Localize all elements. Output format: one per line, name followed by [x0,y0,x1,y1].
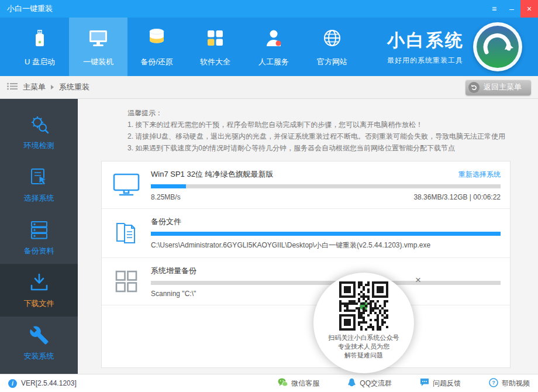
globe-icon [320,26,344,51]
info-icon: i [8,379,17,388]
incremental-progress-bar [151,281,501,285]
sidebar-item-label: 选择系统 [24,193,54,204]
download-icon [28,271,50,294]
gear-detect-icon [28,114,50,136]
wrench-icon [29,324,49,346]
nav-label: 备份/还原 [140,57,173,67]
qr-finder [339,281,356,298]
wechat-icon [278,378,288,388]
help-videos-link[interactable]: ? 帮助视频 [489,378,530,389]
minimize-button[interactable]: – [503,0,520,18]
backup-progress-fill [151,232,501,236]
qq-icon [347,378,356,389]
sidebar-item-label: 环境检测 [24,140,54,151]
main-area: 环境检测 选择系统 [0,99,538,374]
back-button-label: 返回主菜单 [484,82,522,92]
list-icon [7,82,18,92]
backup-section: 备份文件 C:\Users\Administrator.6GYGLI5KAOYG… [102,209,510,258]
qq-group-link[interactable]: QQ交流群 [347,378,392,389]
sidebar-item-label: 备份资料 [24,246,54,256]
menu-icon[interactable]: ≡ [485,0,503,18]
breadcrumb: 主菜单 系统重装 返回主菜单 [0,76,538,99]
breadcrumb-root[interactable]: 主菜单 [23,82,46,92]
qr-caption: 扫码关注小白系统公众号 专业技术人员为您 解答疑难问题 [329,333,399,360]
nav-label: 人工服务 [258,57,289,67]
incremental-title: 系统增量备份 [151,266,196,276]
titlebar: 小白一键重装 ≡ – × [0,0,538,18]
progress-panel: Win7 SP1 32位 纯净绿色旗舰最新版 重新选择系统 8.25MB/s 3… [101,161,511,368]
tips-line: 1. 接下来的过程无需您的干预，程序会帮助您自动完成剩下的步骤，您可以离开电脑稍… [127,119,511,130]
backup-progress-bar [151,232,501,236]
help-video-icon: ? [489,378,498,389]
brand: 小白系统 最好用的系统重装工具 [387,18,523,76]
download-section: Win7 SP1 32位 纯净绿色旗舰最新版 重新选择系统 8.25MB/s 3… [102,161,510,209]
download-progress-fill [151,184,186,188]
close-button[interactable]: × [520,0,538,18]
sidebar-item-label: 安装系统 [24,351,54,362]
select-system-icon [28,166,50,188]
nav-label: 软件大全 [200,57,230,67]
nav-software-collection[interactable]: 软件大全 [186,18,244,76]
download-progress-bar [151,184,501,188]
download-title: Win7 SP1 32位 纯净绿色旗舰最新版 [151,169,274,180]
qr-finder [372,281,388,298]
nav-label: 一键装机 [83,57,113,67]
feedback-link[interactable]: 问题反馈 [420,378,461,388]
usb-icon [28,26,51,51]
nav-label: U 盘启动 [25,57,55,67]
brand-slogan: 最好用的系统重装工具 [387,56,464,66]
nav-one-key-install[interactable]: 一键装机 [69,18,127,76]
wechat-service-link[interactable]: 微信客服 [278,378,319,388]
brand-logo-icon [473,22,523,72]
incremental-status: Scanning "C:\" [151,290,196,298]
tips-block: 温馨提示： 1. 接下来的过程无需您的干预，程序会帮助您自动完成剩下的步骤，您可… [127,107,511,154]
sidebar-item-env-check[interactable]: 环境检测 [0,106,78,159]
sidebar-item-label: 下载文件 [24,298,54,309]
sidebar-item-backup-data[interactable]: 备份资料 [0,211,78,264]
tips-line: 3. 如果遇到下载速度为0的情况时请耐心等待几分钟，服务器会自动根据您当前网络位… [127,142,511,154]
nav-usb-boot[interactable]: U 盘启动 [11,18,69,76]
svg-text:?: ? [492,380,495,386]
documents-icon [111,216,142,250]
nav-backup-restore[interactable]: 备份/还原 [127,18,186,76]
version-label: VER[2.5.44.1203] [21,379,77,387]
tips-title: 温馨提示： [127,107,511,119]
reselect-system-link[interactable]: 重新选择系统 [458,170,501,180]
content-area: 温馨提示： 1. 接下来的过程无需您的干预，程序会帮助您自动完成剩下的步骤，您可… [78,99,538,374]
download-size-time: 38.36MB/3.12GB | 00:06:22 [413,193,501,201]
close-icon[interactable]: × [414,274,422,286]
backup-file-path: C:\Users\Administrator.6GYGLI5KAOYGIIL\D… [151,240,430,250]
qr-finder [339,314,356,331]
feedback-icon [420,378,429,388]
window-title: 小白一键重装 [0,0,485,18]
qr-code [339,281,388,331]
nav-manual-service[interactable]: 人工服务 [244,18,303,76]
monitor-outline-icon [111,169,142,201]
tips-line: 2. 请拔掉U盘、移动硬盘，退出光驱内的光盘，并保证系统重装过程不断电。否则重装… [127,130,511,142]
sidebar-item-select-system[interactable]: 选择系统 [0,159,78,211]
back-to-main-button[interactable]: 返回主菜单 [465,80,531,95]
sidebar-item-download-files[interactable]: 下载文件 [0,264,78,317]
brand-name: 小白系统 [387,29,464,53]
backup-data-icon [28,219,50,241]
statusbar: i VER[2.5.44.1203] 微信客服 [0,374,538,392]
chevron-right-icon [51,85,54,90]
return-arrow-icon [468,82,480,93]
app-window: 小白一键重装 ≡ – × U 盘启动 [0,0,538,392]
qr-popup: × 扫码关注小白系统公众号 专业技术人员为您 解答疑难问题 [313,273,414,373]
monitor-icon [87,26,110,51]
incremental-backup-section: 系统增量备份 Scanning "C:\" [102,258,510,305]
sidebar-item-install-system[interactable]: 安装系统 [0,317,78,369]
nav-official-website[interactable]: 官方网站 [303,18,361,76]
breadcrumb-current: 系统重装 [59,82,89,92]
apps-grid-icon [204,26,227,51]
nav-label: 官方网站 [317,57,347,67]
backup-title: 备份文件 [151,216,181,227]
windows-grid-icon [111,265,142,298]
top-nav: U 盘启动 一键装机 备份/ [0,18,538,76]
database-icon [145,26,168,51]
person-service-icon [262,26,285,51]
sidebar: 环境检测 选择系统 [0,99,78,374]
download-speed: 8.25MB/s [151,193,181,201]
